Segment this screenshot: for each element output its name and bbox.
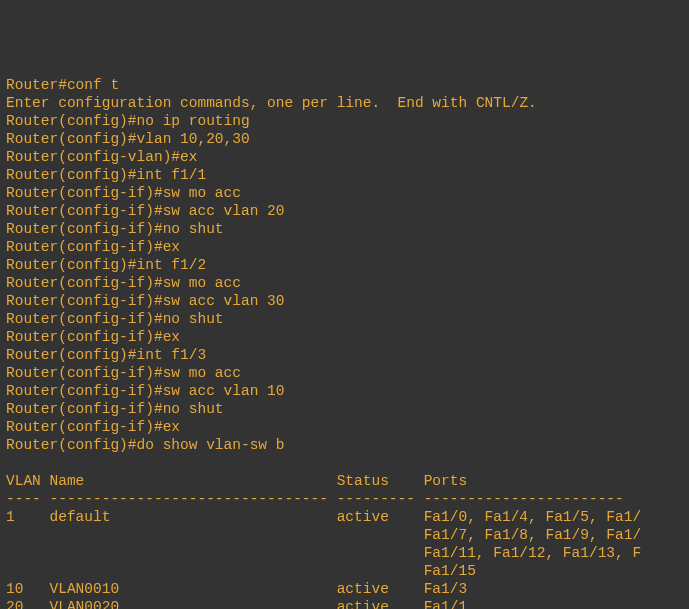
terminal-prompt: Router(config)# [6, 437, 137, 453]
terminal-prompt: Router(config-if)# [6, 383, 163, 399]
terminal-command: vlan 10,20,30 [137, 131, 250, 147]
terminal-line: Router(config)#int f1/1 [6, 166, 683, 184]
terminal-line: Router(config-if)#ex [6, 238, 683, 256]
terminal-line: Router(config-if)#sw mo acc [6, 184, 683, 202]
sep: --------- [337, 490, 424, 508]
terminal-command: conf t [67, 77, 119, 93]
vlan-table-separator: ----------------------------------------… [6, 490, 683, 508]
terminal-line: Router(config-if)#sw acc vlan 10 [6, 382, 683, 400]
terminal-line: Router(config)#int f1/3 [6, 346, 683, 364]
terminal-prompt: Router(config-if)# [6, 185, 163, 201]
sep: ----------------------- [424, 490, 624, 508]
terminal-line: Router(config-vlan)#ex [6, 148, 683, 166]
terminal-command: sw mo acc [163, 185, 241, 201]
terminal-prompt: Router(config-if)# [6, 365, 163, 381]
terminal-command: int f1/2 [137, 257, 207, 273]
terminal-command: no shut [163, 311, 224, 327]
cell-ports: Fa1/11, Fa1/12, Fa1/13, F [424, 544, 642, 562]
terminal-prompt: Router(config-if)# [6, 401, 163, 417]
terminal-command: no shut [163, 221, 224, 237]
blank-line [6, 454, 683, 472]
terminal-command: ex [163, 239, 180, 255]
table-row: 1defaultactiveFa1/0, Fa1/4, Fa1/5, Fa1/ [6, 508, 683, 526]
cell-status: active [337, 580, 424, 598]
terminal-prompt: Router# [6, 77, 67, 93]
cell-vlan: 10 [6, 580, 50, 598]
sep: ---- [6, 490, 50, 508]
cell-ports: Fa1/1 [424, 598, 468, 609]
terminal-command: ex [163, 419, 180, 435]
cell-ports: Fa1/0, Fa1/4, Fa1/5, Fa1/ [424, 508, 642, 526]
sep: -------------------------------- [50, 490, 337, 508]
terminal-prompt: Router(config-if)# [6, 293, 163, 309]
cell-vlan: 1 [6, 508, 50, 526]
terminal-line: Router(config-if)#sw mo acc [6, 364, 683, 382]
terminal-output[interactable]: Router#conf tEnter configuration command… [6, 76, 683, 609]
terminal-prompt: Router(config-if)# [6, 221, 163, 237]
cell-ports: Fa1/3 [424, 580, 468, 598]
terminal-line: Router(config-if)#no shut [6, 310, 683, 328]
terminal-prompt: Router(config-if)# [6, 275, 163, 291]
terminal-prompt: Router(config)# [6, 257, 137, 273]
terminal-command: ex [163, 329, 180, 345]
terminal-line: Router(config-if)#ex [6, 328, 683, 346]
cell-ports: Fa1/7, Fa1/8, Fa1/9, Fa1/ [424, 526, 642, 544]
terminal-command: sw acc vlan 30 [163, 293, 285, 309]
terminal-line: Router(config-if)#no shut [6, 220, 683, 238]
terminal-command: no ip routing [137, 113, 250, 129]
terminal-command: int f1/1 [137, 167, 207, 183]
terminal-command: sw mo acc [163, 275, 241, 291]
vlan-table-header: VLANNameStatusPorts [6, 472, 683, 490]
terminal-command: int f1/3 [137, 347, 207, 363]
cell-name: VLAN0010 [50, 580, 337, 598]
terminal-prompt: Router(config-if)# [6, 329, 163, 345]
terminal-line: Router(config)#do show vlan-sw b [6, 436, 683, 454]
terminal-prompt: Router(config-vlan)# [6, 149, 180, 165]
terminal-prompt: Router(config)# [6, 131, 137, 147]
col-ports-header: Ports [424, 472, 468, 490]
terminal-command: sw mo acc [163, 365, 241, 381]
terminal-line: Router(config-if)#no shut [6, 400, 683, 418]
terminal-command: do show vlan-sw b [137, 437, 285, 453]
terminal-prompt: Router(config)# [6, 347, 137, 363]
terminal-line: Router(config)#vlan 10,20,30 [6, 130, 683, 148]
table-row: Fa1/7, Fa1/8, Fa1/9, Fa1/ [6, 526, 683, 544]
cell-vlan: 20 [6, 598, 50, 609]
col-name-header: Name [50, 472, 337, 490]
terminal-prompt: Router(config-if)# [6, 311, 163, 327]
terminal-command: sw acc vlan 20 [163, 203, 285, 219]
terminal-prompt: Router(config-if)# [6, 203, 163, 219]
terminal-command: ex [180, 149, 197, 165]
cell-name: VLAN0020 [50, 598, 337, 609]
cell-status: active [337, 508, 424, 526]
terminal-command: no shut [163, 401, 224, 417]
terminal-prompt: Router(config-if)# [6, 419, 163, 435]
terminal-message: Enter configuration commands, one per li… [6, 95, 537, 111]
terminal-line: Router(config-if)#sw acc vlan 20 [6, 202, 683, 220]
terminal-prompt: Router(config)# [6, 167, 137, 183]
col-vlan-header: VLAN [6, 472, 50, 490]
table-row: 20VLAN0020activeFa1/1 [6, 598, 683, 609]
table-row: Fa1/11, Fa1/12, Fa1/13, F [6, 544, 683, 562]
col-status-header: Status [337, 472, 424, 490]
table-row: Fa1/15 [6, 562, 683, 580]
terminal-line: Router#conf t [6, 76, 683, 94]
cell-name: default [50, 508, 337, 526]
terminal-prompt: Router(config-if)# [6, 239, 163, 255]
cell-status: active [337, 598, 424, 609]
terminal-line: Router(config)#int f1/2 [6, 256, 683, 274]
cell-ports: Fa1/15 [424, 562, 476, 580]
table-row: 10VLAN0010activeFa1/3 [6, 580, 683, 598]
terminal-line: Enter configuration commands, one per li… [6, 94, 683, 112]
terminal-line: Router(config-if)#sw acc vlan 30 [6, 292, 683, 310]
terminal-line: Router(config-if)#ex [6, 418, 683, 436]
terminal-prompt: Router(config)# [6, 113, 137, 129]
terminal-line: Router(config-if)#sw mo acc [6, 274, 683, 292]
terminal-command: sw acc vlan 10 [163, 383, 285, 399]
terminal-line: Router(config)#no ip routing [6, 112, 683, 130]
